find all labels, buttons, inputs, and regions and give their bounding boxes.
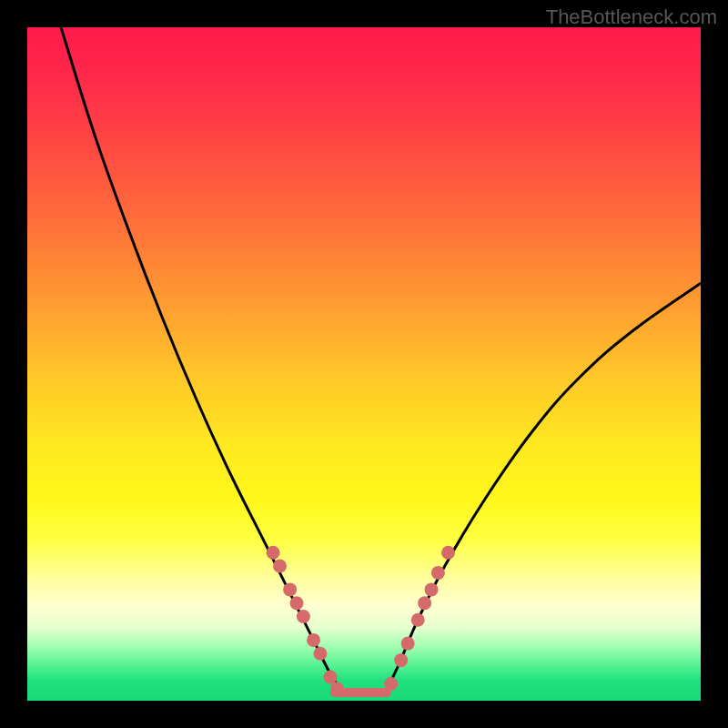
chart-svg — [27, 27, 701, 701]
dot-left-4 — [297, 610, 310, 623]
watermark-text: TheBottleneck.com — [546, 5, 717, 29]
dots-group — [267, 546, 455, 695]
dot-right-4 — [418, 596, 431, 610]
dot-left-7 — [324, 671, 338, 684]
dot-left-5 — [307, 633, 320, 647]
dot-right-7 — [441, 546, 455, 560]
dot-left-1 — [273, 560, 287, 573]
curve-right-curve — [384, 283, 701, 693]
dot-right-6 — [431, 566, 445, 580]
chart-plot-area — [27, 27, 701, 701]
dot-right-3 — [411, 613, 425, 627]
curve-group — [61, 27, 701, 694]
dot-left-8 — [330, 682, 344, 695]
curve-left-curve — [61, 27, 344, 694]
dot-right-0 — [384, 677, 398, 691]
dot-right-1 — [394, 653, 408, 667]
dot-left-2 — [283, 582, 297, 596]
dot-left-6 — [313, 647, 327, 661]
dot-left-3 — [290, 596, 304, 610]
dot-right-2 — [401, 637, 415, 651]
dot-right-5 — [425, 582, 439, 596]
dot-left-0 — [267, 546, 280, 560]
